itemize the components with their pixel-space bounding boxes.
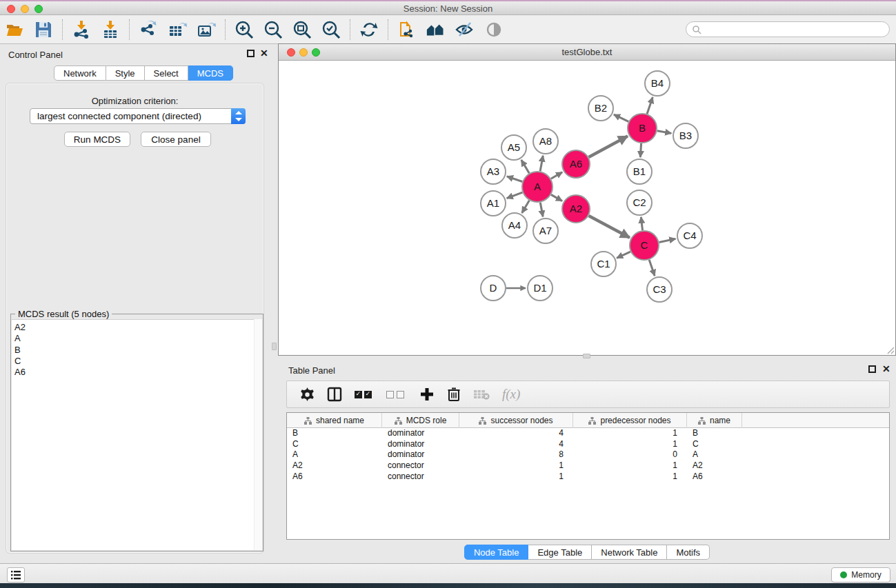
graph-edge-A-A8[interactable] [540, 156, 543, 172]
search-field[interactable] [686, 21, 890, 37]
graph-node-A[interactable]: A [522, 172, 552, 202]
export-table-icon[interactable] [167, 19, 188, 40]
graph-edge-B-B1[interactable] [640, 143, 641, 157]
graph-node-A8[interactable]: A8 [533, 129, 558, 154]
memory-button[interactable]: Memory [831, 567, 890, 582]
add-column-icon[interactable] [419, 387, 435, 402]
column-header-predecessor-nodes[interactable]: predecessor nodes [573, 413, 687, 428]
table-cell[interactable]: A2 [287, 460, 382, 472]
clone-network-icon[interactable] [397, 19, 417, 40]
zoom-selected-icon[interactable] [321, 19, 341, 40]
column-header-MCDS-role[interactable]: MCDS role [382, 413, 459, 428]
table-cell[interactable]: A6 [687, 472, 742, 483]
graph-edge-B-B3[interactable] [657, 131, 672, 134]
float-panel-icon[interactable] [247, 50, 255, 57]
window-resize-grip[interactable] [885, 345, 895, 354]
graph-node-B3[interactable]: B3 [673, 123, 698, 148]
table-cell[interactable]: 1 [573, 439, 687, 450]
graph-node-A7[interactable]: A7 [533, 219, 558, 243]
table-cell[interactable]: A2 [687, 460, 742, 472]
graph-node-B1[interactable]: B1 [627, 159, 652, 184]
table-cell[interactable]: connector [382, 460, 459, 472]
column-header-successor-nodes[interactable]: successor nodes [459, 413, 573, 428]
mcds-list-scrollbar[interactable] [254, 319, 262, 550]
tab-style[interactable]: Style [106, 65, 145, 81]
table-row[interactable]: A6connector11A6 [287, 472, 889, 483]
zoom-out-icon[interactable] [263, 19, 283, 40]
delete-columns-icon[interactable] [447, 387, 461, 402]
tab-edge-table[interactable]: Edge Table [528, 545, 592, 560]
column-header-shared-name[interactable]: shared name [287, 413, 382, 428]
table-cell[interactable]: 1 [573, 460, 687, 472]
graph-node-C4[interactable]: C4 [677, 223, 702, 248]
graph-node-A1[interactable]: A1 [481, 191, 506, 216]
graph-node-A6[interactable]: A6 [562, 150, 590, 178]
table-row[interactable]: Adominator80A [287, 449, 889, 460]
table-cell[interactable]: dominator [382, 428, 459, 439]
tab-network[interactable]: Network [54, 65, 106, 81]
import-network-icon[interactable] [71, 19, 92, 40]
graph-edge-A-A4[interactable] [522, 201, 530, 213]
graph-edge-A-A3[interactable] [507, 176, 522, 182]
table-cell[interactable]: connector [382, 472, 459, 483]
tab-node-table[interactable]: Node Table [464, 545, 529, 560]
table-row[interactable]: Cdominator41C [287, 439, 889, 450]
column-header-name[interactable]: name [687, 413, 742, 428]
float-table-panel-icon[interactable] [868, 365, 876, 373]
table-cell[interactable]: B [287, 428, 382, 439]
table-cell[interactable]: C [287, 439, 382, 450]
graph-node-D[interactable]: D [481, 276, 506, 301]
unselect-all-columns-icon[interactable] [386, 391, 407, 398]
zoom-fit-icon[interactable] [292, 19, 312, 40]
table-cell[interactable]: 8 [459, 449, 573, 460]
mcds-result-item[interactable]: A [14, 333, 262, 344]
graph-edge-B-B2[interactable] [614, 114, 628, 121]
show-hidden-icon[interactable] [484, 19, 504, 40]
graph-edge-A2-C[interactable] [589, 216, 630, 238]
graph-node-A5[interactable]: A5 [501, 135, 526, 160]
graph-node-C2[interactable]: C2 [627, 190, 652, 215]
mcds-result-item[interactable]: A2 [14, 322, 262, 333]
graph-node-D1[interactable]: D1 [528, 276, 552, 301]
graph-edge-C-C2[interactable] [641, 217, 642, 230]
export-image-icon[interactable] [196, 19, 217, 40]
zoom-in-icon[interactable] [234, 19, 255, 40]
show-columns-icon[interactable] [327, 387, 342, 402]
table-cell[interactable]: 1 [459, 460, 573, 472]
table-cell[interactable]: 1 [573, 428, 687, 439]
graph-node-C[interactable]: C [630, 231, 659, 260]
graph-node-A3[interactable]: A3 [481, 159, 506, 184]
network-window-titlebar[interactable]: testGlobe.txt [279, 44, 895, 61]
graph-edge-B-B4[interactable] [647, 97, 653, 114]
open-session-icon[interactable] [4, 19, 25, 40]
graph-node-B2[interactable]: B2 [588, 96, 613, 121]
graph-node-B[interactable]: B [628, 114, 657, 143]
tab-motifs[interactable]: Motifs [667, 545, 710, 560]
graph-node-C1[interactable]: C1 [591, 252, 616, 276]
graph-edge-A-A1[interactable] [507, 192, 523, 199]
table-cell[interactable]: B [687, 428, 742, 439]
table-cell[interactable]: dominator [382, 449, 459, 460]
mcds-result-item[interactable]: A6 [14, 367, 262, 378]
table-cell[interactable]: 0 [573, 449, 687, 460]
close-table-panel-icon[interactable]: ✕ [882, 363, 890, 374]
graph-node-B4[interactable]: B4 [645, 71, 670, 96]
apply-preferred-layout-icon[interactable] [359, 19, 379, 40]
graph-node-A2[interactable]: A2 [562, 195, 590, 223]
table-cell[interactable]: dominator [382, 439, 459, 450]
show-all-neighbors-icon[interactable] [426, 19, 446, 40]
select-all-columns-icon[interactable] [355, 391, 374, 398]
table-row[interactable]: Bdominator41B [287, 428, 889, 439]
close-panel-icon[interactable]: ✕ [260, 48, 268, 59]
table-cell[interactable]: C [687, 439, 742, 450]
graph-edge-A-A5[interactable] [521, 160, 529, 173]
table-cell[interactable]: 1 [573, 472, 687, 483]
tab-network-table[interactable]: Network Table [592, 545, 667, 560]
table-cell[interactable]: A6 [287, 472, 382, 483]
function-builder-icon[interactable]: f(x) [502, 387, 520, 402]
mcds-result-item[interactable]: C [14, 356, 262, 367]
table-cell[interactable]: 1 [459, 472, 573, 483]
graph-edge-A-A6[interactable] [551, 172, 562, 179]
save-session-icon[interactable] [33, 19, 54, 40]
table-cell[interactable]: A [287, 449, 382, 460]
